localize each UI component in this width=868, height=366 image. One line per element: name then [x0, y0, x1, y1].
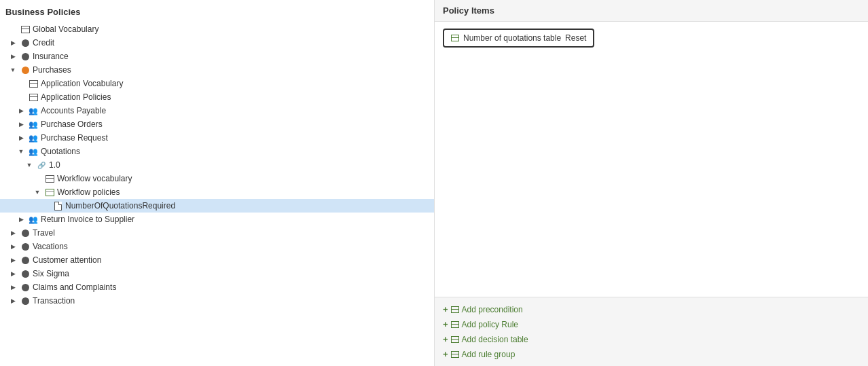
table-icon	[451, 321, 459, 328]
tree-item-purchase-orders[interactable]: ▶👥Purchase Orders	[0, 117, 434, 131]
people-icon: 👥	[29, 120, 38, 129]
circle-dark-icon	[20, 295, 31, 306]
tree-item-label: Purchase Orders	[41, 120, 103, 129]
table-icon	[21, 26, 30, 33]
tree-item-label: Travel	[33, 228, 55, 238]
toggle-customer-attention[interactable]: ▶	[8, 255, 18, 265]
add-precondition-button[interactable]: + Add precondition	[443, 303, 860, 316]
people-icon: 👥	[28, 214, 39, 225]
table-icon	[44, 173, 55, 184]
toggle-global-vocab	[8, 24, 18, 34]
tree-item-app-vocab[interactable]: Application Vocabulary	[0, 77, 434, 90]
tree-item-global-vocab[interactable]: Global Vocabulary	[0, 22, 434, 36]
table-icon	[28, 92, 39, 103]
toggle-credit[interactable]: ▶	[8, 38, 18, 48]
tree-item-label: Quotations	[41, 147, 80, 156]
tree-item-workflow-vocab[interactable]: Workflow vocabulary	[0, 172, 434, 185]
toggle-purchase-request[interactable]: ▶	[16, 133, 26, 143]
tree-item-label: Credit	[33, 38, 54, 48]
tree-item-insurance[interactable]: ▶Insurance	[0, 50, 434, 63]
tree-item-credit[interactable]: ▶Credit	[0, 36, 434, 50]
doc-icon	[54, 202, 62, 211]
circle-dark-icon	[20, 255, 31, 266]
tree-item-label: Application Vocabulary	[41, 79, 123, 88]
toggle-transaction[interactable]: ▶	[8, 296, 18, 306]
tree-item-customer-attention[interactable]: ▶Customer attention	[0, 253, 434, 267]
toggle-quotations[interactable]: ▼	[16, 147, 26, 156]
people-icon: 👥	[29, 147, 38, 156]
circle-dark-icon	[22, 53, 29, 60]
policy-item-label: Number of quotations table	[463, 33, 561, 43]
people-icon: 👥	[29, 215, 38, 224]
toggle-workflow-policies[interactable]: ▼	[33, 187, 42, 197]
people-icon: 👥	[29, 134, 38, 143]
tree-item-num-quotations[interactable]: NumberOfQuotationsRequired	[0, 199, 434, 213]
tree-item-label: Claims and Complaints	[33, 282, 116, 292]
toggle-insurance[interactable]: ▶	[8, 52, 18, 61]
toggle-accounts-payable[interactable]: ▶	[16, 106, 26, 115]
people-icon: 👥	[28, 105, 39, 116]
panel-title: Business Policies	[0, 3, 434, 22]
action-buttons: + Add precondition + Add policy Rule + A…	[435, 297, 868, 366]
toggle-purchase-orders[interactable]: ▶	[16, 120, 26, 129]
tree-item-purchase-request[interactable]: ▶👥Purchase Request	[0, 131, 434, 145]
circle-dark-icon	[22, 39, 29, 47]
plus-icon: +	[443, 304, 448, 314]
toggle-claims[interactable]: ▶	[8, 282, 18, 292]
plus-icon: +	[443, 349, 448, 359]
toggle-v1[interactable]: ▼	[24, 160, 34, 170]
tree-item-label: NumberOfQuotationsRequired	[65, 201, 175, 211]
add-policy-rule-label: Add policy Rule	[462, 320, 518, 329]
circle-dark-icon	[20, 268, 31, 279]
tree-item-label: 1.0	[49, 160, 60, 170]
toggle-six-sigma[interactable]: ▶	[8, 269, 18, 278]
circle-dark-icon	[22, 284, 29, 291]
plus-icon: +	[443, 334, 448, 344]
tree-item-accounts-payable[interactable]: ▶👥Accounts Payable	[0, 104, 434, 117]
tree-item-return-invoice[interactable]: ▶👥Return Invoice to Supplier	[0, 213, 434, 226]
tree-item-quotations[interactable]: ▼👥Quotations	[0, 145, 434, 158]
link-icon: 🔗	[37, 162, 46, 169]
tree-item-workflow-policies[interactable]: ▼Workflow policies	[0, 185, 434, 199]
tree-item-claims[interactable]: ▶Claims and Complaints	[0, 280, 434, 294]
toggle-return-invoice[interactable]: ▶	[16, 215, 26, 224]
tree-item-travel[interactable]: ▶Travel	[0, 226, 434, 240]
circle-orange-icon	[20, 65, 31, 75]
circle-dark-icon	[20, 227, 31, 238]
add-decision-table-button[interactable]: + Add decision table	[443, 333, 860, 346]
table-icon	[28, 78, 39, 89]
add-rule-group-label: Add rule group	[462, 350, 516, 359]
left-panel: Business Policies Global Vocabulary▶Cred…	[0, 0, 435, 366]
toggle-vacations[interactable]: ▶	[8, 242, 18, 251]
policy-item-card[interactable]: Number of quotations table Reset	[443, 29, 594, 48]
tree-item-label: Purchases	[33, 65, 71, 75]
plus-icon: +	[443, 319, 448, 329]
circle-dark-icon	[20, 282, 31, 293]
add-rule-group-button[interactable]: + Add rule group	[443, 348, 860, 361]
right-panel-title: Policy Items	[435, 0, 868, 22]
tree-item-vacations[interactable]: ▶Vacations	[0, 240, 434, 253]
tree-item-purchases[interactable]: ▼Purchases	[0, 63, 434, 77]
add-precondition-label: Add precondition	[462, 305, 523, 314]
workflow-icon	[46, 189, 54, 196]
tree-item-label: Vacations	[33, 242, 68, 251]
circle-dark-icon	[20, 241, 31, 252]
circle-dark-icon	[22, 297, 29, 305]
tree-item-six-sigma[interactable]: ▶Six Sigma	[0, 267, 434, 280]
tree-item-label: Six Sigma	[33, 269, 69, 278]
link-icon: 🔗	[36, 160, 47, 170]
tree-item-transaction[interactable]: ▶Transaction	[0, 294, 434, 308]
tree-item-label: Application Policies	[41, 92, 111, 102]
tree-item-app-policies[interactable]: Application Policies	[0, 90, 434, 104]
tree-item-label: Purchase Request	[41, 133, 108, 143]
table-icon	[451, 351, 459, 358]
toggle-num-quotations	[41, 201, 50, 211]
tree-item-label: Workflow vocabulary	[57, 174, 132, 183]
tree-item-v1[interactable]: ▼🔗1.0	[0, 158, 434, 172]
add-decision-table-label: Add decision table	[462, 335, 528, 344]
toggle-travel[interactable]: ▶	[8, 228, 18, 238]
table-icon	[46, 175, 54, 183]
people-icon: 👥	[29, 107, 38, 115]
toggle-purchases[interactable]: ▼	[8, 65, 18, 75]
add-policy-rule-button[interactable]: + Add policy Rule	[443, 318, 860, 331]
